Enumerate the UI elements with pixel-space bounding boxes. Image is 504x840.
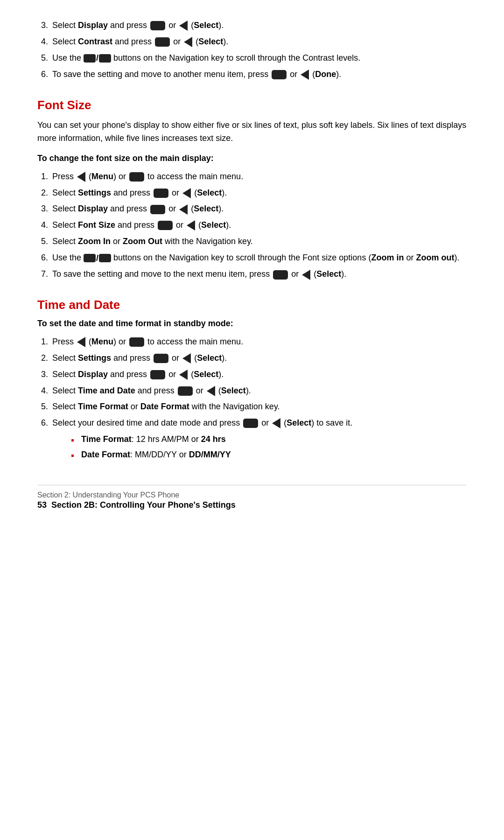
btn-arrow-4	[77, 172, 85, 182]
btn-arrow-3	[301, 70, 309, 80]
td-step-5: Select Time Format or Date Format with t…	[50, 400, 467, 413]
24hrs-label: 24 hrs	[201, 434, 226, 444]
settings-label-1: Settings	[78, 188, 111, 197]
fs-step-2: Select Settings and press or (Select).	[50, 186, 467, 200]
settings-label-2: Settings	[78, 353, 111, 363]
dateformat-label: Date Format	[140, 402, 189, 411]
done-label: Done	[315, 70, 336, 79]
time-date-heading: Time and Date	[37, 298, 467, 312]
td-step-1: Press (Menu) or to access the main menu.	[50, 335, 467, 349]
td-step-4: Select Time and Date and press or (Selec…	[50, 384, 467, 398]
fs-step-7: To save the setting and move to the next…	[50, 267, 467, 281]
btn-pair-2: /	[84, 252, 111, 265]
font-size-heading: Font Size	[37, 98, 467, 112]
select-label-7: Select	[197, 353, 222, 363]
or-text-2: or	[173, 37, 181, 46]
btn-rect-4	[129, 172, 144, 182]
fs-step-4: Select Font Size and press or (Select).	[50, 218, 467, 232]
btn-arrow-2	[184, 37, 192, 47]
btn-arrow-10	[182, 353, 191, 364]
select-label-3: Select	[197, 188, 222, 197]
display-label-2: Display	[78, 204, 108, 213]
footer-top: Section 2: Understanding Your PCS Phone	[37, 491, 467, 499]
page-number: 53	[37, 500, 47, 510]
btn-rect-6	[150, 205, 165, 214]
or-text-1: or	[168, 21, 176, 30]
zoomin-label-2: Zoom in	[371, 253, 404, 262]
select-label-1: Select	[194, 21, 218, 30]
date-format-bullet: Date Format: MM/DD/YY or DD/MM/YY	[71, 448, 467, 462]
footer-divider	[37, 485, 467, 485]
btn-rect-9	[129, 337, 144, 347]
ddmmyy-label: DD/MM/YY	[189, 450, 231, 459]
display-label-3: Display	[78, 370, 108, 379]
btn-rect-12	[178, 386, 193, 396]
fs-step-5: Select Zoom In or Zoom Out with the Navi…	[50, 235, 467, 248]
td-step-6: Select your desired time and date mode a…	[50, 416, 467, 461]
font-size-subheading: To change the font size on the main disp…	[37, 154, 467, 163]
timeformat-label: Time Format	[78, 402, 128, 411]
footer: Section 2: Understanding Your PCS Phone …	[37, 491, 467, 510]
contrast-label: Contrast	[78, 37, 112, 46]
zoomout-label-2: Zoom out	[416, 253, 454, 262]
btn-pair-1: /	[84, 51, 111, 65]
btn-rect-11	[150, 370, 165, 379]
btn-small-2	[99, 54, 111, 63]
btn-small-1	[84, 54, 96, 63]
btn-arrow-11	[179, 370, 188, 380]
btn-rect-5	[154, 189, 168, 198]
top-step-5: Use the / buttons on the Navigation key …	[50, 51, 467, 65]
btn-rect-7	[158, 221, 173, 230]
td-step-3: Select Display and press or (Select).	[50, 368, 467, 381]
time-format-label: Time Format	[81, 434, 132, 444]
fontsize-label: Font Size	[78, 220, 115, 230]
btn-arrow-7	[187, 220, 195, 231]
format-bullets: Time Format: 12 hrs AM/PM or 24 hrs Date…	[71, 433, 467, 462]
date-format-label: Date Format	[81, 450, 130, 459]
btn-arrow-12	[207, 386, 215, 396]
btn-arrow-8	[302, 270, 310, 280]
fs-step-3: Select Display and press or (Select).	[50, 202, 467, 216]
menu-label-2: Menu	[91, 337, 113, 346]
select-label-9: Select	[221, 386, 246, 395]
btn-arrow-13	[272, 418, 280, 428]
btn-rect-10	[154, 354, 168, 363]
menu-label-1: Menu	[91, 172, 113, 181]
top-step-6: To save the setting and move to another …	[50, 68, 467, 81]
select-label-6: Select	[316, 269, 341, 279]
footer-section-text: Section 2B: Controlling Your Phone's Set…	[51, 500, 236, 510]
btn-rect-8	[273, 270, 288, 280]
select-label-5: Select	[201, 220, 226, 230]
timedate-label: Time and Date	[78, 386, 135, 395]
footer-bottom: 53 Section 2B: Controlling Your Phone's …	[37, 500, 467, 510]
display-label: Display	[78, 21, 108, 30]
select-label-2: Select	[198, 37, 223, 46]
top-step-4: Select Contrast and press or (Select).	[50, 35, 467, 49]
top-step-3: Select Display and press or (Select).	[50, 19, 467, 32]
select-label-10: Select	[287, 418, 311, 427]
btn-rect-13	[243, 419, 258, 428]
select-label-8: Select	[194, 370, 218, 379]
btn-rect-1	[150, 21, 165, 30]
fs-step-1: Press (Menu) or to access the main menu.	[50, 170, 467, 183]
btn-arrow-5	[182, 188, 191, 198]
zoomout-label: Zoom Out	[123, 237, 162, 246]
fs-step-6: Use the / buttons on the Navigation key …	[50, 251, 467, 265]
time-date-subheading: To set the date and time format in stand…	[37, 319, 467, 329]
btn-small-3	[84, 254, 96, 262]
btn-rect-2	[155, 37, 170, 47]
btn-arrow-6	[179, 204, 188, 215]
td-step-2: Select Settings and press or (Select).	[50, 351, 467, 365]
zoomin-label: Zoom In	[78, 237, 111, 246]
btn-small-4	[99, 254, 111, 262]
btn-arrow-9	[77, 337, 85, 347]
btn-rect-3	[272, 70, 287, 79]
btn-arrow-1	[179, 21, 188, 31]
font-size-intro: You can set your phone's display to show…	[37, 119, 467, 145]
time-format-bullet: Time Format: 12 hrs AM/PM or 24 hrs	[71, 433, 467, 446]
select-label-4: Select	[194, 204, 218, 213]
